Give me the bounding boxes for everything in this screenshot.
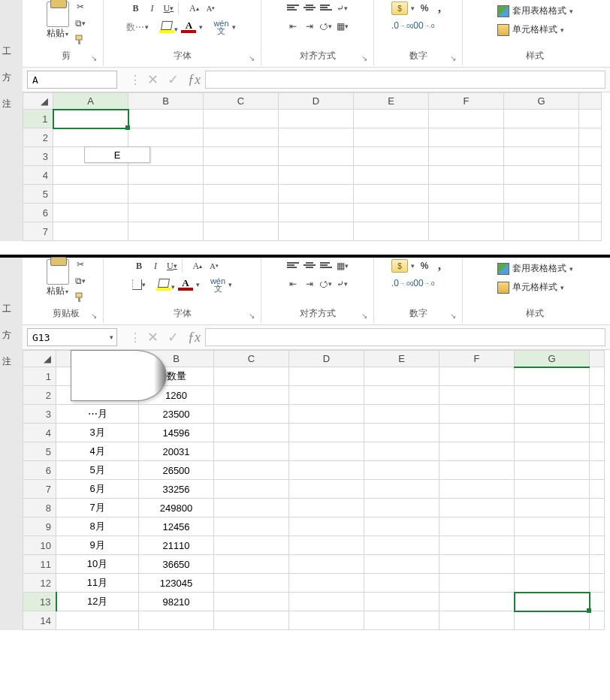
dialog-launcher-icon[interactable]: ↘	[360, 312, 369, 320]
cell[interactable]: ⋯月	[56, 405, 139, 424]
formula-input[interactable]	[205, 328, 605, 346]
accounting-format-button[interactable]: $	[391, 2, 408, 15]
col-header[interactable]: A	[53, 93, 128, 110]
cancel-formula-icon[interactable]: ✕	[147, 71, 159, 88]
cell[interactable]: 8月	[56, 517, 139, 536]
percent-format-button[interactable]: %	[418, 2, 431, 15]
underline-button[interactable]: U▾	[165, 259, 179, 273]
cell[interactable]: 14596	[139, 424, 214, 442]
dialog-launcher-icon[interactable]: ↘	[448, 54, 458, 62]
cell[interactable]: 11月	[56, 574, 139, 593]
orientation-icon[interactable]: ⭯▾	[319, 20, 333, 33]
increase-indent-icon[interactable]: ⇥	[303, 277, 316, 291]
phonetic-guide-button[interactable]: wén文	[213, 20, 228, 35]
cell[interactable]	[53, 110, 128, 128]
orientation-icon[interactable]: ⭯▾	[319, 277, 333, 291]
row-header[interactable]: 1	[23, 110, 53, 128]
decrease-font-icon[interactable]: A▾	[204, 2, 217, 15]
italic-button[interactable]: I	[149, 259, 162, 273]
cell-styles-button[interactable]: 单元格样式▾	[497, 23, 564, 36]
wrap-text-button[interactable]: ⤶▾	[336, 2, 349, 15]
row-header[interactable]: 5	[23, 185, 53, 204]
increase-decimal-button[interactable]: .0→.00	[391, 277, 408, 289]
select-all-triangle[interactable]: ◢	[23, 351, 56, 367]
fx-icon[interactable]: ƒx	[188, 72, 201, 88]
paste-button[interactable]: 粘贴▾	[45, 0, 71, 41]
decrease-indent-icon[interactable]: ⇤	[286, 277, 300, 291]
cell[interactable]: 123045	[139, 574, 214, 593]
row-header[interactable]: 4	[23, 166, 53, 185]
col-header[interactable]: D	[289, 351, 364, 367]
align-middle-icon[interactable]	[303, 259, 316, 273]
copy-icon[interactable]: ⧉▾	[74, 17, 87, 30]
decrease-font-icon[interactable]: A▾	[207, 259, 221, 273]
select-all-triangle[interactable]: ◢	[23, 93, 53, 110]
cell[interactable]: 36650	[139, 555, 214, 574]
accounting-format-button[interactable]: $	[391, 259, 408, 273]
sidebar-item[interactable]: 工	[2, 45, 20, 58]
spreadsheet-grid-top[interactable]: ◢ A B C D E F G 1 2 3 4 5 6 7	[23, 92, 610, 241]
cut-icon[interactable]: ✂	[74, 258, 87, 271]
row-header[interactable]: 6	[23, 204, 53, 222]
format-painter-icon[interactable]	[74, 33, 87, 47]
dialog-launcher-icon[interactable]: ↘	[89, 54, 98, 62]
increase-font-icon[interactable]: A▴	[191, 259, 204, 273]
row-header[interactable]: 4	[23, 424, 56, 442]
merge-center-button[interactable]: ▦▾	[336, 20, 349, 33]
col-header[interactable]: E	[354, 93, 429, 110]
align-top-icon[interactable]	[286, 2, 300, 15]
bold-button[interactable]: B	[132, 259, 146, 273]
col-header[interactable]: F	[429, 93, 504, 110]
row-header[interactable]: 7	[23, 480, 56, 499]
row-header[interactable]: 9	[23, 517, 56, 536]
fill-color-button[interactable]: ▾	[159, 21, 178, 33]
row-header[interactable]: 5	[23, 442, 56, 461]
cell[interactable]: 249800	[139, 499, 214, 517]
cut-icon[interactable]: ✂	[74, 0, 87, 14]
cell[interactable]: 23500	[139, 405, 214, 424]
cell[interactable]: 3月	[56, 424, 139, 442]
align-top-icon[interactable]	[286, 259, 300, 273]
sidebar-item[interactable]: 注	[2, 355, 20, 368]
col-header[interactable]: G	[504, 93, 579, 110]
paste-button[interactable]: 粘贴▾	[45, 258, 71, 299]
dialog-launcher-icon[interactable]: ↘	[448, 312, 458, 320]
decrease-decimal-button[interactable]: .00→.0	[411, 20, 427, 32]
sidebar-item[interactable]: 方	[2, 71, 20, 84]
cell[interactable]: 33256	[139, 480, 214, 499]
format-as-table-button[interactable]: 套用表格格式▾	[497, 5, 573, 17]
cancel-formula-icon[interactable]: ✕	[147, 329, 159, 345]
col-header[interactable]: E	[364, 351, 439, 367]
row-header[interactable]: 3	[23, 147, 53, 166]
decrease-decimal-button[interactable]: .00→.0	[411, 277, 427, 289]
row-header[interactable]: 3	[23, 405, 56, 424]
cell[interactable]: 21110	[139, 536, 214, 555]
align-middle-icon[interactable]	[303, 2, 316, 15]
cell[interactable]: 9月	[56, 536, 139, 555]
accept-formula-icon[interactable]: ✓	[168, 71, 179, 88]
col-header[interactable]: C	[204, 93, 279, 110]
cell[interactable]: 20031	[139, 442, 214, 461]
col-header[interactable]	[590, 351, 605, 367]
italic-button[interactable]: I	[145, 2, 159, 15]
row-header[interactable]: 8	[23, 499, 56, 517]
row-header[interactable]: 2	[23, 128, 53, 147]
sidebar-item[interactable]: 方	[2, 329, 20, 342]
align-bottom-icon[interactable]	[319, 259, 333, 273]
col-header[interactable]: G	[515, 351, 590, 367]
row-header[interactable]: 2	[23, 386, 56, 405]
sidebar-item[interactable]: 工	[2, 303, 20, 315]
col-header[interactable]: B	[128, 93, 204, 110]
percent-format-button[interactable]: %	[418, 259, 431, 273]
cell[interactable]: 4月	[56, 442, 139, 461]
col-header[interactable]: F	[439, 351, 515, 367]
cell[interactable]: 12456	[139, 517, 214, 536]
col-header[interactable]: C	[214, 351, 289, 367]
comma-format-button[interactable]: ,	[434, 259, 445, 273]
font-color-button[interactable]: A	[181, 21, 196, 33]
cell-styles-button[interactable]: 单元格样式▾	[497, 281, 564, 294]
row-header[interactable]: 6	[23, 461, 56, 480]
row-header[interactable]: 13	[23, 593, 56, 611]
sidebar-item[interactable]: 注	[2, 98, 20, 110]
cell[interactable]: 6月	[56, 480, 139, 499]
